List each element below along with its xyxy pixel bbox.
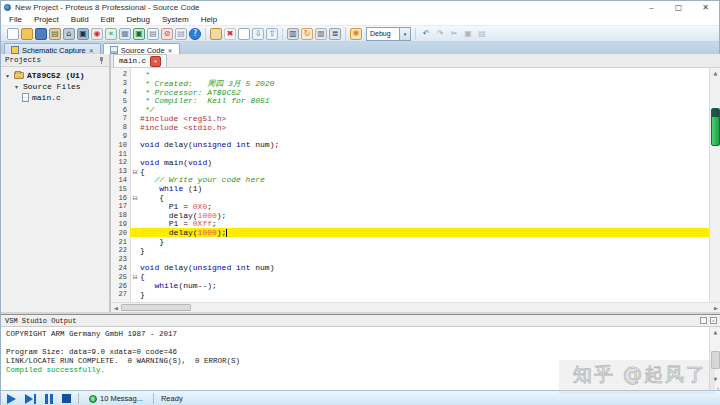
code-line[interactable]: 6 */	[111, 105, 709, 114]
build-icon[interactable]: ▥	[287, 28, 299, 40]
menu-file[interactable]: File	[3, 15, 28, 24]
cut-icon[interactable]: ✂	[448, 28, 460, 40]
code-line[interactable]: 16⊟ {	[111, 193, 709, 202]
code-line[interactable]: 26 while(num--);	[111, 281, 709, 290]
line-body: delay(1000);	[130, 228, 709, 237]
projects-panel-title: Projects	[5, 56, 41, 64]
code-line[interactable]: 12void main(void)	[111, 158, 709, 167]
file-tab-main-c[interactable]: main.c ✕	[113, 54, 167, 67]
stop-target-icon[interactable]: ◉	[91, 28, 103, 40]
export-file-icon[interactable]: ⇧	[266, 28, 278, 40]
bom-document-icon[interactable]: ▤	[147, 28, 159, 40]
code-line[interactable]: 23	[111, 255, 709, 264]
run-simulation-button[interactable]	[7, 393, 16, 405]
menu-build[interactable]: Build	[65, 15, 95, 24]
import-file-icon[interactable]: ⇩	[252, 28, 264, 40]
close-button[interactable]: ✕	[692, 1, 719, 14]
fast-rewind-icon[interactable]: «	[105, 28, 117, 40]
scroll-left-icon[interactable]: ◀	[111, 305, 121, 311]
code-line[interactable]: 24void delay(unsigned int num)	[111, 264, 709, 273]
menu-project[interactable]: Project	[28, 15, 65, 24]
dock-pin-icon[interactable]	[700, 317, 707, 324]
code-area[interactable]: 2 *3 * Created: 周四 3月 5 20204 * Processo…	[111, 68, 720, 302]
notes-document-icon[interactable]: ▤	[175, 28, 187, 40]
step-simulation-button[interactable]	[25, 393, 36, 405]
close-tab-icon[interactable]: ✕	[168, 47, 173, 54]
batch-build-icon[interactable]: ≣	[329, 28, 341, 40]
scroll-right-icon[interactable]: ▶	[711, 305, 720, 311]
menu-help[interactable]: Help	[195, 15, 223, 24]
code-line[interactable]: 4 * Processor: AT89C52	[111, 88, 709, 97]
code-line[interactable]: 8#include <stdio.h>	[111, 123, 709, 132]
open-project-icon[interactable]	[21, 28, 33, 40]
code-line[interactable]: 7#include <reg51.h>	[111, 114, 709, 123]
line-number: 18	[111, 211, 130, 219]
code-line[interactable]: 9	[111, 132, 709, 141]
new-project-icon[interactable]	[7, 28, 19, 40]
fold-collapse-icon[interactable]: ⊟	[130, 168, 140, 175]
code-line[interactable]: 14 // Write your code here	[111, 176, 709, 185]
code-line[interactable]: 15 while (1)	[111, 184, 709, 193]
project-settings-gear-icon[interactable]: ✱	[350, 28, 362, 40]
close-panel-icon[interactable]: ✕	[710, 317, 717, 324]
tree-item-main-c[interactable]: main.c	[1, 92, 109, 103]
code-line[interactable]: 5 * Compiler: Keil for 8051	[111, 96, 709, 105]
messages-button[interactable]: i 10 Messag...	[86, 394, 146, 403]
tree-expander-icon[interactable]: ▾	[4, 72, 11, 79]
maximize-button[interactable]: ▢	[665, 1, 692, 14]
menu-debug[interactable]: Debug	[120, 15, 156, 24]
scroll-up-icon[interactable]: ▲	[710, 327, 720, 337]
menu-edit[interactable]: Edit	[95, 15, 121, 24]
line-body: ⊟{	[130, 272, 709, 281]
close-tab-icon[interactable]: ✕	[89, 47, 94, 54]
tree-item-at89c52-u1[interactable]: ▾AT89C52 (U1)	[1, 70, 109, 81]
editor-scroll-thumb[interactable]	[711, 108, 720, 146]
menu-system[interactable]: System	[156, 15, 195, 24]
code-line[interactable]: 18 delay(1000);	[111, 211, 709, 220]
new-file-icon[interactable]	[238, 28, 250, 40]
paste-icon[interactable]: ▤	[476, 28, 488, 40]
new-flowchart-icon[interactable]: ▣	[77, 28, 89, 40]
grid-icon[interactable]: ▦	[119, 28, 131, 40]
copy-icon[interactable]: ▣	[462, 28, 474, 40]
debug-mode-dropdown[interactable]: Debug▾	[366, 27, 411, 41]
editor-horizontal-scrollbar[interactable]: ◀ ▶	[111, 302, 720, 312]
code-line[interactable]: 3 * Created: 周四 3月 5 2020	[111, 79, 709, 88]
tree-item-source-files[interactable]: ▾Source Files	[1, 81, 109, 92]
code-body[interactable]: 2 *3 * Created: 周四 3月 5 20204 * Processo…	[111, 68, 709, 302]
measure-icon[interactable]: ⊘	[161, 28, 173, 40]
code-line[interactable]: 20 delay(1000);	[111, 228, 709, 237]
add-source-file-icon[interactable]	[210, 28, 222, 40]
chip-icon[interactable]: ▣	[133, 28, 145, 40]
chevron-down-icon: ▾	[399, 28, 410, 40]
code-line[interactable]: 22}	[111, 246, 709, 255]
import-project-icon[interactable]: ▤	[49, 28, 61, 40]
code-line[interactable]: 27}	[111, 290, 709, 299]
redo-icon[interactable]: ↷	[434, 28, 446, 40]
rebuild-icon[interactable]: ↻	[301, 28, 313, 40]
home-icon[interactable]: ⌂	[63, 28, 75, 40]
pause-simulation-button[interactable]	[45, 393, 53, 405]
code-line[interactable]: 19 P1 = 0Xff;	[111, 220, 709, 229]
editor-hscroll-thumb[interactable]	[121, 304, 191, 311]
save-project-icon[interactable]	[35, 28, 47, 40]
help-icon[interactable]: ?	[189, 28, 201, 40]
scroll-up-icon[interactable]: ▲	[710, 68, 720, 78]
code-line[interactable]: 10void delay(unsigned int num);	[111, 140, 709, 149]
stop-simulation-button[interactable]	[62, 393, 71, 405]
remove-source-file-icon[interactable]: ✖	[224, 28, 236, 40]
tree-expander-icon[interactable]: ▾	[13, 83, 20, 90]
undo-icon[interactable]: ↶	[420, 28, 432, 40]
pin-icon[interactable]	[98, 57, 105, 64]
fold-collapse-icon[interactable]: ⊟	[130, 194, 140, 201]
code-line[interactable]: 25⊟{	[111, 272, 709, 281]
minimize-button[interactable]: –	[638, 1, 665, 14]
code-line[interactable]: 21 }	[111, 237, 709, 246]
close-file-icon[interactable]: ✕	[150, 56, 161, 67]
editor-vertical-scrollbar[interactable]: ▲	[709, 68, 720, 302]
fold-collapse-icon[interactable]: ⊟	[130, 273, 140, 280]
code-line[interactable]: 13⊟{	[111, 167, 709, 176]
code-line[interactable]: 11	[111, 149, 709, 158]
code-line[interactable]: 17 P1 = 0X0;	[111, 202, 709, 211]
clean-icon[interactable]: ▩	[315, 28, 327, 40]
